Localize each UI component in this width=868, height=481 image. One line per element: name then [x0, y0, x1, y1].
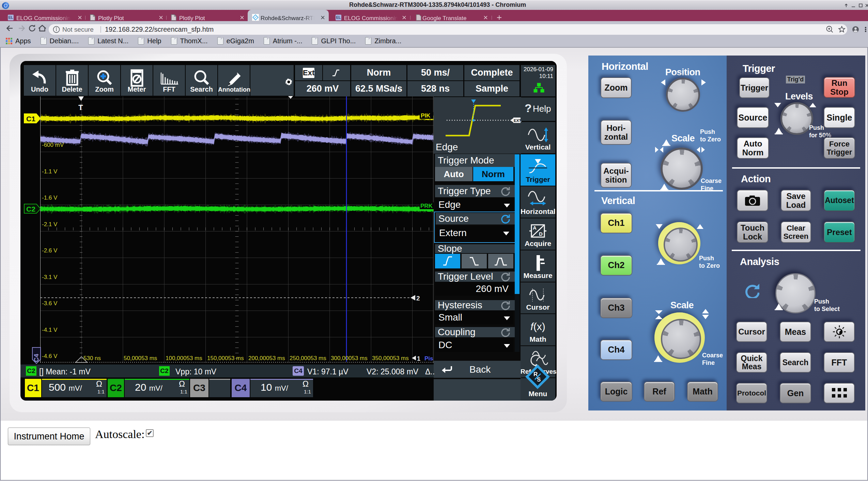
svg-text:-4.1 V: -4.1 V — [42, 327, 58, 333]
svg-text:-3.6 V: -3.6 V — [42, 300, 58, 307]
svg-text:-4.6 V: -4.6 V — [42, 353, 58, 359]
svg-text:-2.1 V: -2.1 V — [42, 221, 58, 228]
svg-text:250,00053 ms: 250,00053 ms — [290, 355, 326, 361]
svg-text:-1.1 V: -1.1 V — [42, 168, 58, 175]
svg-text:300,00053 ms: 300,00053 ms — [331, 355, 368, 361]
svg-text:PIK: PIK — [421, 112, 431, 119]
svg-text:Pis: Pis — [424, 355, 433, 362]
svg-text:50,00053 ms: 50,00053 ms — [124, 355, 157, 361]
svg-text:200,00053 ms: 200,00053 ms — [248, 355, 285, 361]
svg-text:1: 1 — [417, 355, 420, 362]
svg-text:A: A — [533, 225, 537, 231]
svg-text:-1.6 V: -1.6 V — [42, 195, 58, 201]
svg-text:-3.1 V: -3.1 V — [42, 274, 58, 280]
svg-text:PRK: PRK — [420, 203, 433, 209]
svg-text:100,00053 ms: 100,00053 ms — [166, 355, 202, 361]
svg-text:C2: C2 — [26, 205, 35, 213]
svg-text:EXT: EXT — [514, 119, 521, 123]
svg-text:-600 mV: -600 mV — [42, 142, 64, 148]
svg-text:2: 2 — [416, 295, 420, 302]
svg-text:D: D — [539, 231, 543, 237]
svg-text:350,00053 ms: 350,00053 ms — [372, 355, 409, 361]
svg-text:T: T — [78, 103, 83, 112]
svg-text:C1: C1 — [26, 115, 35, 123]
svg-text:-2.6 V: -2.6 V — [42, 247, 58, 254]
svg-text:150,00053 ms: 150,00053 ms — [207, 355, 244, 361]
svg-text:C4: C4 — [33, 354, 40, 362]
svg-text:Edge: Edge — [436, 142, 458, 152]
svg-text:530 ns: 530 ns — [83, 355, 101, 361]
